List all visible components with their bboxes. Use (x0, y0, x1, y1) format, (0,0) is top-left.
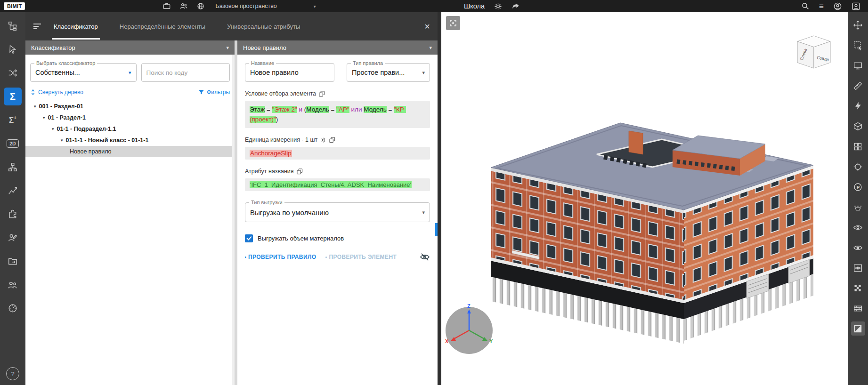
code-search-input[interactable] (141, 63, 230, 82)
history-gauge-icon[interactable] (4, 299, 22, 317)
rule-panel-scrollbar-thumb[interactable] (435, 223, 438, 236)
unit-editor[interactable]: AnchorageSlip (245, 147, 430, 160)
copy-icon[interactable] (319, 91, 325, 97)
select-elements-icon[interactable] (4, 40, 22, 58)
collapse-tree-link[interactable]: Свернуть дерево (30, 89, 83, 96)
account-icon[interactable] (833, 2, 842, 11)
axis-y-label: Y (489, 338, 493, 344)
briefcase-icon[interactable] (162, 2, 171, 10)
structure-icon[interactable] (4, 158, 22, 176)
panels-region: Классификатор Нераспределённые элементы … (25, 12, 438, 385)
tree-expand-caret[interactable]: ▾ (61, 138, 63, 143)
tree-item[interactable]: ▾001 - Раздел-01 (25, 101, 235, 112)
chevron-down-icon: ▾ (129, 70, 131, 76)
tab-unassigned-elements[interactable]: Нераспределённые элементы (118, 13, 207, 40)
user-badge-icon[interactable] (852, 2, 860, 11)
tab-universal-attributes[interactable]: Универсальные атрибуты (225, 13, 302, 40)
model-tree-icon[interactable] (4, 17, 22, 35)
clip-plane-icon[interactable] (851, 200, 865, 214)
copy-icon[interactable] (297, 168, 303, 175)
close-panel-button[interactable]: × (424, 22, 430, 31)
hide-elements-icon[interactable] (851, 241, 865, 255)
classifier-plus-icon[interactable]: Σ+ (4, 111, 22, 129)
plan-view-icon[interactable]: P (851, 180, 865, 194)
rule-name-field[interactable]: Название Новое правило (245, 63, 334, 82)
export-type-label: Тип выгрузки (249, 200, 284, 205)
quick-section-icon[interactable] (851, 99, 865, 113)
classifier-tree: ▾001 - Раздел-01▾01 - Раздел-1▾01-1 - По… (25, 101, 235, 157)
team-icon[interactable] (179, 2, 188, 10)
view-cube[interactable]: Слева Сзади (797, 36, 830, 68)
filters-link[interactable]: Фильтры (198, 89, 230, 96)
tree-item-label: 01-1-1 - Новый класс - 01-1-1 (66, 137, 149, 144)
attribute-editor[interactable]: 'IFC_1_Идентификация_Стены/4. ADSK_Наиме… (245, 178, 430, 191)
rule-name-label: Название (249, 60, 276, 66)
walls-icon[interactable] (851, 301, 865, 315)
grid-icon[interactable] (851, 139, 865, 153)
left-toolbar: Σ Σ+ 2D (0, 12, 25, 385)
menu-list-icon[interactable]: ≡ (819, 2, 824, 10)
condition-segment: = (265, 106, 272, 113)
pan-icon[interactable] (851, 18, 865, 32)
classifier-select[interactable]: Выбрать классификатор Собственны... ▾ (30, 63, 137, 82)
tree-item[interactable]: ▾01-1-1 - Новый класс - 01-1-1 (25, 135, 235, 146)
tree-expand-caret[interactable]: ▾ (34, 104, 36, 109)
select-area-icon[interactable] (851, 38, 865, 52)
tree-expand-caret[interactable]: ▾ (52, 127, 54, 131)
export-type-select[interactable]: Тип выгрузки Выгрузка по умолчанию ▾ (245, 202, 430, 222)
check-element-button[interactable]: ПРОВЕРИТЬ ЭЛЕМЕНТ (325, 254, 397, 260)
isolate-icon[interactable] (851, 261, 865, 275)
classifier-icon[interactable]: Σ (4, 88, 22, 105)
rule-panel-header[interactable]: Новое правило ▾ (237, 40, 438, 55)
measure-icon[interactable] (851, 79, 865, 93)
viewport-3d[interactable]: Слева Сзади Z X Y (441, 12, 848, 385)
globe-icon[interactable] (196, 2, 205, 10)
chevron-down-icon: ▾ (314, 4, 316, 9)
panel-menu-icon[interactable] (33, 23, 41, 30)
export-folder-icon[interactable] (4, 252, 22, 270)
charts-icon[interactable] (4, 182, 22, 200)
tree-item[interactable]: ▾01-1 - Подраздел-1.1 (25, 123, 235, 135)
tab-classifier[interactable]: Классификатор (52, 13, 100, 40)
eye-off-icon[interactable] (420, 253, 430, 261)
classifier-scrollbar[interactable] (232, 55, 235, 385)
panel-splitter[interactable] (438, 12, 441, 385)
section-fill-icon[interactable] (851, 321, 865, 336)
plugins-icon[interactable] (4, 205, 22, 223)
viewport-canvas[interactable]: Слева Сзади Z X Y (441, 12, 848, 385)
tree-item[interactable]: Новое правило (25, 146, 235, 157)
condition-segment: = (387, 106, 394, 113)
share-icon[interactable] (511, 2, 520, 10)
check-rule-button[interactable]: ПРОВЕРИТЬ ПРАВИЛО (245, 254, 316, 260)
classifier-select-label: Выбрать классификатор (34, 60, 97, 66)
right-toolbar: P (848, 12, 868, 385)
top-bar: BiMiT Базовое пространство ▾ Школа (0, 0, 868, 12)
axis-gizmo: Z X Y (445, 303, 493, 354)
collaboration-icon[interactable] (4, 276, 22, 294)
gear-icon[interactable] (320, 137, 326, 143)
tree-item-label: 01-1 - Подраздел-1.1 (57, 126, 116, 132)
check-element-label: ПРОВЕРИТЬ ЭЛЕМЕНТ (329, 254, 397, 260)
user-roles-icon[interactable] (4, 229, 22, 247)
materials-checkbox[interactable] (245, 234, 253, 242)
visibility-icon[interactable] (851, 220, 865, 234)
fit-view-button[interactable] (446, 16, 460, 30)
collapse-arrows-icon (30, 89, 36, 96)
workspace-selector[interactable]: Базовое пространство ▾ (215, 3, 316, 9)
transparency-icon[interactable] (851, 281, 865, 295)
section-box-icon[interactable] (851, 119, 865, 133)
tree-item[interactable]: ▾01 - Раздел-1 (25, 112, 235, 123)
rule-type-select[interactable]: Тип правила Простое прави... ▾ (347, 63, 430, 82)
condition-editor[interactable]: Этаж = "Этаж 2" и (Модель = "АР" или Мод… (245, 101, 430, 128)
screenshot-icon[interactable] (851, 58, 865, 72)
locate-icon[interactable] (851, 160, 865, 174)
drawings-2d-icon[interactable]: 2D (4, 135, 22, 152)
search-icon[interactable] (801, 2, 810, 10)
rule-type-value: Простое прави... (352, 69, 419, 76)
settings-gear-icon[interactable] (494, 2, 502, 10)
help-button[interactable]: ? (6, 367, 19, 380)
classifier-panel-header[interactable]: Классификатор ▾ (25, 40, 235, 55)
copy-icon[interactable] (329, 137, 335, 143)
tree-expand-caret[interactable]: ▾ (43, 115, 45, 120)
relations-icon[interactable] (4, 64, 22, 82)
